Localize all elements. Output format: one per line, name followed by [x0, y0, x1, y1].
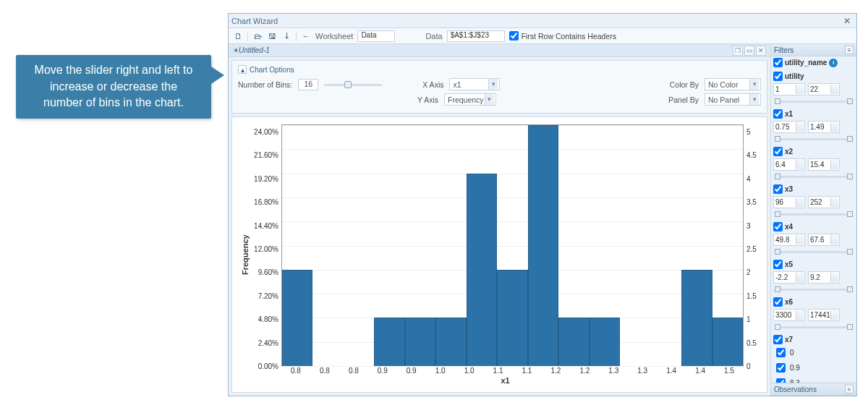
y-axis-ticks-right: 54.543.532.521.510.50: [744, 124, 760, 367]
panelby-label: Panel By: [668, 95, 699, 104]
histogram-bar[interactable]: [497, 270, 527, 366]
filter-x1-slider[interactable]: [775, 135, 853, 142]
filter-x3-max[interactable]: 252▲▼: [808, 196, 840, 208]
x-axis-label: x1: [251, 375, 760, 385]
histogram-bar[interactable]: [374, 318, 404, 366]
filter-x6: x63300▲▼17441▲▼: [773, 297, 854, 331]
tab-dirty-star: ✶: [233, 46, 239, 54]
filter-x3: x396▲▼252▲▼: [773, 184, 854, 218]
filter-x6-max[interactable]: 17441▲▼: [808, 309, 840, 321]
bar-slot: [344, 125, 374, 366]
filter-utility-min[interactable]: 1▲▼: [773, 83, 805, 95]
bar-slot: [620, 125, 650, 366]
filter-x4-min[interactable]: 49.8▲▼: [773, 234, 805, 246]
filter-x1-min[interactable]: 0.75▲▼: [773, 121, 805, 133]
histogram-bar[interactable]: [681, 270, 712, 366]
histogram-bar[interactable]: [467, 174, 497, 366]
filter-x2-max[interactable]: 15.4▲▼: [808, 158, 840, 171]
new-file-icon[interactable]: 🗋: [233, 31, 243, 41]
tab-name[interactable]: Untitled-1: [239, 46, 270, 54]
filter-x4: x449.8▲▼67.6▲▼: [773, 222, 854, 255]
headers-checkbox-input[interactable]: [509, 31, 519, 41]
filter-x7-check[interactable]: [773, 335, 783, 344]
open-folder-icon[interactable]: 🗁: [252, 31, 263, 41]
filter-x4-slider[interactable]: [775, 248, 853, 255]
save-icon[interactable]: 🖫: [267, 31, 277, 41]
histogram-bar[interactable]: [712, 318, 743, 366]
headers-checkbox[interactable]: First Row Contains Headers: [509, 31, 616, 41]
worksheet-label: Worksheet: [315, 32, 353, 41]
data-range-input[interactable]: $A$1:$J$23: [447, 30, 505, 42]
close-icon[interactable]: ✕: [841, 16, 854, 26]
filter-x5-check[interactable]: [773, 260, 783, 269]
filter-x1-check[interactable]: [773, 109, 783, 119]
tab-close-icon[interactable]: ✕: [756, 46, 766, 56]
observations-header[interactable]: Observations ≡: [771, 383, 856, 396]
bins-slider[interactable]: [324, 80, 382, 90]
bins-label: Number of Bins:: [238, 80, 292, 89]
filter-x7-value[interactable]: 8.3: [773, 376, 854, 383]
chart-options-legend: Chart Options: [250, 66, 294, 74]
data-label: Data: [425, 32, 442, 41]
chart-main-column: ✶ Untitled-1 ❐ ▭ ✕ ▴ Chart Options Numbe…: [229, 44, 771, 396]
filter-x1-max[interactable]: 1.49▲▼: [808, 121, 840, 133]
filter-x6-check[interactable]: [773, 297, 783, 307]
xaxis-label: X Axis: [422, 80, 443, 89]
filter-utility-slider[interactable]: [775, 98, 853, 105]
filter-x2-min[interactable]: 6.4▲▼: [773, 158, 805, 171]
histogram-bar[interactable]: [528, 125, 558, 366]
histogram-bar[interactable]: [282, 270, 312, 366]
filter-x5: x5-2.2▲▼9.2▲▼: [773, 260, 854, 293]
filter-x4-check[interactable]: [773, 222, 783, 231]
callout-text: Move the slider right and left to increa…: [29, 62, 198, 111]
filters-collapse-icon[interactable]: ≡: [845, 46, 854, 54]
back-arrow-icon[interactable]: ←: [301, 31, 311, 41]
filter-utilityname-check[interactable]: [773, 58, 783, 67]
bar-slot: [712, 125, 743, 366]
chart-wizard-window: Chart Wizard ✕ 🗋 🗁 🖫 ⤓ ← Worksheet Data …: [228, 13, 857, 396]
filter-x5-slider[interactable]: [775, 286, 853, 293]
filter-x7-value[interactable]: 0: [773, 346, 854, 359]
bar-slot: [681, 125, 712, 366]
filter-x2-slider[interactable]: [775, 173, 853, 180]
histogram-bar[interactable]: [405, 318, 435, 366]
bins-input[interactable]: 16: [298, 79, 318, 90]
colorby-select[interactable]: No Color: [705, 78, 761, 90]
histogram-bar[interactable]: [435, 318, 466, 366]
window-title: Chart Wizard: [231, 17, 278, 25]
filter-x3-slider[interactable]: [775, 210, 853, 218]
main-toolbar: 🗋 🗁 🖫 ⤓ ← Worksheet Data Data $A$1:$J$23…: [229, 28, 856, 44]
filter-x5-max[interactable]: 9.2▲▼: [808, 271, 840, 284]
filter-x6-slider[interactable]: [775, 323, 853, 331]
filter-x7: x7 00.98.315.6: [773, 335, 854, 383]
filter-x2-check[interactable]: [773, 147, 783, 156]
filter-utility-check[interactable]: [773, 72, 783, 81]
tab-restore-icon[interactable]: ❐: [733, 46, 743, 56]
filter-x7-value[interactable]: 0.9: [773, 361, 854, 375]
histogram-bar[interactable]: [558, 318, 589, 366]
export-icon[interactable]: ⤓: [281, 31, 292, 41]
panelby-select[interactable]: No Panel: [705, 93, 761, 106]
y-axis-ticks-left: 24.00%21.60%19.20%16.80%14.40%12.00%9.60…: [251, 124, 281, 367]
xaxis-select[interactable]: x1: [449, 78, 500, 90]
bar-slot: [528, 125, 558, 366]
worksheet-value[interactable]: Data: [357, 30, 395, 42]
histogram-bars: [282, 125, 743, 366]
plot-region: [281, 124, 744, 367]
yaxis-select[interactable]: Frequency: [444, 93, 496, 106]
histogram-bar[interactable]: [590, 318, 620, 366]
filter-utility-name: utility_name i: [773, 58, 854, 67]
filters-panel: Filters ≡ utility_name i utility1▲▼22▲▼x…: [771, 44, 856, 396]
filter-x5-min[interactable]: -2.2▲▼: [773, 271, 805, 284]
filter-x3-min[interactable]: 96▲▼: [773, 196, 805, 208]
info-icon[interactable]: i: [829, 59, 838, 67]
filter-x4-max[interactable]: 67.6▲▼: [808, 234, 840, 246]
filter-utility-max[interactable]: 22▲▼: [808, 83, 840, 95]
filter-x1: x10.75▲▼1.49▲▼: [773, 109, 854, 142]
options-collapse-icon[interactable]: ▴: [238, 65, 247, 74]
chart-canvas: Frequency 24.00%21.60%19.20%16.80%14.40%…: [231, 116, 767, 393]
filter-x6-min[interactable]: 3300▲▼: [773, 309, 805, 321]
filter-x3-check[interactable]: [773, 184, 783, 194]
observations-collapse-icon[interactable]: ≡: [845, 385, 854, 393]
tab-maximize-icon[interactable]: ▭: [744, 46, 754, 56]
